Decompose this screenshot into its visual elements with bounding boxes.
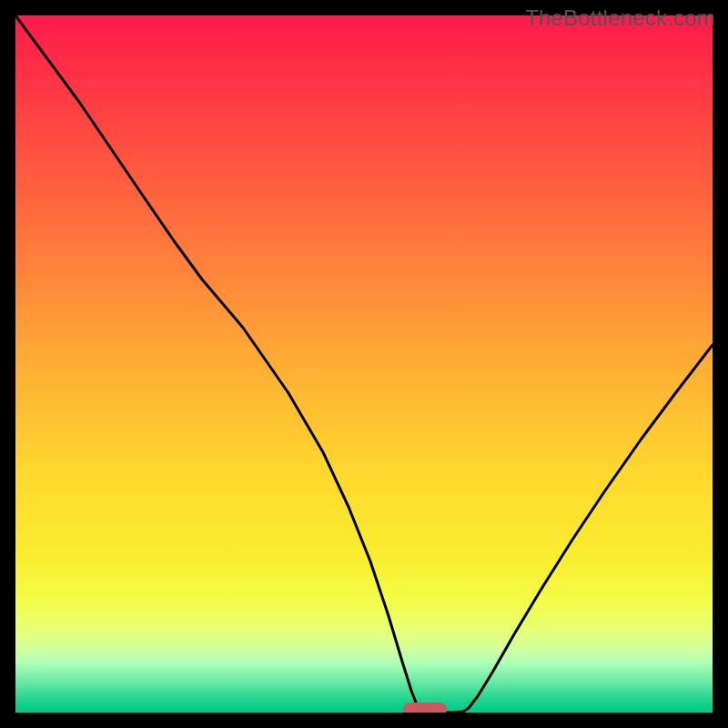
- bottleneck-curve: [15, 15, 713, 713]
- chart-frame: TheBottleneck.com: [0, 0, 728, 728]
- watermark-text: TheBottleneck.com: [525, 5, 715, 31]
- optimal-marker: [403, 703, 447, 713]
- plot-area: [15, 15, 713, 713]
- curve-path: [15, 15, 713, 713]
